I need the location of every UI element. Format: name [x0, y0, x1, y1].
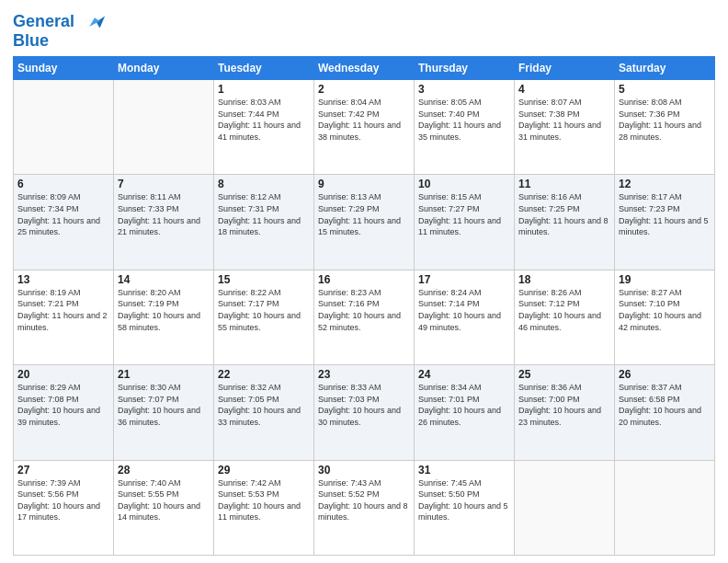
calendar-cell: 23Sunrise: 8:33 AM Sunset: 7:03 PM Dayli… [314, 365, 415, 460]
calendar-week-2: 6Sunrise: 8:09 AM Sunset: 7:34 PM Daylig… [14, 175, 715, 270]
day-info: Sunrise: 8:08 AM Sunset: 7:36 PM Dayligh… [619, 97, 711, 143]
day-number: 4 [518, 83, 610, 96]
calendar-week-4: 20Sunrise: 8:29 AM Sunset: 7:08 PM Dayli… [14, 365, 715, 460]
calendar-cell [515, 460, 615, 555]
day-number: 7 [118, 178, 210, 190]
calendar-cell: 1Sunrise: 8:03 AM Sunset: 7:44 PM Daylig… [214, 80, 314, 175]
day-number: 23 [318, 368, 410, 381]
logo-general: General [13, 12, 74, 30]
calendar-cell: 25Sunrise: 8:36 AM Sunset: 7:00 PM Dayli… [515, 365, 615, 460]
day-number: 1 [218, 83, 310, 96]
day-info: Sunrise: 8:36 AM Sunset: 7:00 PM Dayligh… [518, 382, 610, 428]
calendar-cell: 2Sunrise: 8:04 AM Sunset: 7:42 PM Daylig… [314, 80, 415, 175]
day-info: Sunrise: 8:19 AM Sunset: 7:21 PM Dayligh… [17, 287, 109, 333]
day-info: Sunrise: 8:16 AM Sunset: 7:25 PM Dayligh… [518, 191, 610, 237]
calendar-cell: 22Sunrise: 8:32 AM Sunset: 7:05 PM Dayli… [214, 365, 314, 460]
day-info: Sunrise: 8:30 AM Sunset: 7:07 PM Dayligh… [118, 382, 210, 428]
day-header-monday: Monday [114, 57, 214, 80]
day-number: 8 [218, 178, 310, 190]
calendar-cell: 30Sunrise: 7:43 AM Sunset: 5:52 PM Dayli… [314, 460, 415, 555]
day-info: Sunrise: 8:24 AM Sunset: 7:14 PM Dayligh… [418, 287, 510, 333]
day-number: 28 [118, 464, 210, 477]
day-info: Sunrise: 8:17 AM Sunset: 7:23 PM Dayligh… [619, 191, 711, 237]
calendar-cell [615, 460, 715, 555]
calendar-cell: 4Sunrise: 8:07 AM Sunset: 7:38 PM Daylig… [515, 80, 615, 175]
day-number: 18 [518, 273, 610, 286]
calendar-cell: 14Sunrise: 8:20 AM Sunset: 7:19 PM Dayli… [114, 270, 214, 364]
day-number: 19 [619, 273, 711, 286]
logo-bird-icon [81, 9, 107, 35]
calendar-cell: 6Sunrise: 8:09 AM Sunset: 7:34 PM Daylig… [14, 175, 114, 270]
calendar-cell: 19Sunrise: 8:27 AM Sunset: 7:10 PM Dayli… [615, 270, 715, 364]
calendar-cell: 26Sunrise: 8:37 AM Sunset: 6:58 PM Dayli… [615, 365, 715, 460]
day-number: 29 [218, 464, 310, 477]
day-number: 3 [418, 83, 510, 96]
day-info: Sunrise: 8:33 AM Sunset: 7:03 PM Dayligh… [318, 382, 410, 428]
day-number: 14 [118, 273, 210, 286]
calendar-cell: 12Sunrise: 8:17 AM Sunset: 7:23 PM Dayli… [615, 175, 715, 270]
calendar-cell: 27Sunrise: 7:39 AM Sunset: 5:56 PM Dayli… [14, 460, 114, 555]
day-header-tuesday: Tuesday [214, 57, 314, 80]
calendar-cell: 10Sunrise: 8:15 AM Sunset: 7:27 PM Dayli… [415, 175, 515, 270]
day-number: 16 [318, 273, 410, 286]
day-number: 11 [518, 178, 610, 190]
header: General Blue [13, 9, 715, 51]
day-header-saturday: Saturday [615, 57, 715, 80]
day-number: 20 [17, 368, 109, 381]
day-number: 22 [218, 368, 310, 381]
day-header-wednesday: Wednesday [314, 57, 415, 80]
day-number: 10 [418, 178, 510, 190]
day-info: Sunrise: 7:43 AM Sunset: 5:52 PM Dayligh… [318, 477, 410, 523]
calendar-cell: 5Sunrise: 8:08 AM Sunset: 7:36 PM Daylig… [615, 80, 715, 175]
day-info: Sunrise: 8:37 AM Sunset: 6:58 PM Dayligh… [619, 382, 711, 428]
page: General Blue SundayMondayTuesdayWednesda… [0, 0, 728, 563]
day-info: Sunrise: 8:20 AM Sunset: 7:19 PM Dayligh… [118, 287, 210, 333]
calendar-cell: 8Sunrise: 8:12 AM Sunset: 7:31 PM Daylig… [214, 175, 314, 270]
day-info: Sunrise: 8:13 AM Sunset: 7:29 PM Dayligh… [318, 191, 410, 237]
day-info: Sunrise: 8:22 AM Sunset: 7:17 PM Dayligh… [218, 287, 310, 333]
calendar-cell: 15Sunrise: 8:22 AM Sunset: 7:17 PM Dayli… [214, 270, 314, 364]
day-info: Sunrise: 8:15 AM Sunset: 7:27 PM Dayligh… [418, 191, 510, 237]
day-number: 26 [619, 368, 711, 381]
calendar-cell: 3Sunrise: 8:05 AM Sunset: 7:40 PM Daylig… [415, 80, 515, 175]
day-number: 13 [17, 273, 109, 286]
calendar-cell [114, 80, 214, 175]
day-info: Sunrise: 8:34 AM Sunset: 7:01 PM Dayligh… [418, 382, 510, 428]
day-info: Sunrise: 8:05 AM Sunset: 7:40 PM Dayligh… [418, 97, 510, 143]
day-info: Sunrise: 7:45 AM Sunset: 5:50 PM Dayligh… [418, 477, 510, 523]
calendar-cell: 28Sunrise: 7:40 AM Sunset: 5:55 PM Dayli… [114, 460, 214, 555]
day-number: 15 [218, 273, 310, 286]
calendar-cell: 20Sunrise: 8:29 AM Sunset: 7:08 PM Dayli… [14, 365, 114, 460]
day-info: Sunrise: 8:29 AM Sunset: 7:08 PM Dayligh… [17, 382, 109, 428]
calendar-week-1: 1Sunrise: 8:03 AM Sunset: 7:44 PM Daylig… [14, 80, 715, 175]
calendar-cell: 21Sunrise: 8:30 AM Sunset: 7:07 PM Dayli… [114, 365, 214, 460]
day-info: Sunrise: 7:39 AM Sunset: 5:56 PM Dayligh… [17, 477, 109, 523]
calendar-week-5: 27Sunrise: 7:39 AM Sunset: 5:56 PM Dayli… [14, 460, 715, 555]
day-info: Sunrise: 8:12 AM Sunset: 7:31 PM Dayligh… [218, 191, 310, 237]
day-info: Sunrise: 8:11 AM Sunset: 7:33 PM Dayligh… [118, 191, 210, 237]
calendar-table: SundayMondayTuesdayWednesdayThursdayFrid… [13, 56, 715, 556]
day-number: 17 [418, 273, 510, 286]
day-number: 27 [17, 464, 109, 477]
day-info: Sunrise: 8:32 AM Sunset: 7:05 PM Dayligh… [218, 382, 310, 428]
day-header-sunday: Sunday [14, 57, 114, 80]
day-number: 30 [318, 464, 410, 477]
calendar-cell: 16Sunrise: 8:23 AM Sunset: 7:16 PM Dayli… [314, 270, 415, 364]
day-info: Sunrise: 8:26 AM Sunset: 7:12 PM Dayligh… [518, 287, 610, 333]
day-info: Sunrise: 8:27 AM Sunset: 7:10 PM Dayligh… [619, 287, 711, 333]
day-number: 2 [318, 83, 410, 96]
day-info: Sunrise: 8:03 AM Sunset: 7:44 PM Dayligh… [218, 97, 310, 143]
calendar-cell: 7Sunrise: 8:11 AM Sunset: 7:33 PM Daylig… [114, 175, 214, 270]
day-number: 9 [318, 178, 410, 190]
calendar-cell: 17Sunrise: 8:24 AM Sunset: 7:14 PM Dayli… [415, 270, 515, 364]
day-info: Sunrise: 7:40 AM Sunset: 5:55 PM Dayligh… [118, 477, 210, 523]
calendar-body: 1Sunrise: 8:03 AM Sunset: 7:44 PM Daylig… [14, 80, 715, 556]
calendar-week-3: 13Sunrise: 8:19 AM Sunset: 7:21 PM Dayli… [14, 270, 715, 364]
day-number: 12 [619, 178, 711, 190]
calendar-cell: 24Sunrise: 8:34 AM Sunset: 7:01 PM Dayli… [415, 365, 515, 460]
day-info: Sunrise: 8:23 AM Sunset: 7:16 PM Dayligh… [318, 287, 410, 333]
day-number: 25 [518, 368, 610, 381]
calendar-cell: 29Sunrise: 7:42 AM Sunset: 5:53 PM Dayli… [214, 460, 314, 555]
calendar-cell [14, 80, 114, 175]
day-number: 31 [418, 464, 510, 477]
